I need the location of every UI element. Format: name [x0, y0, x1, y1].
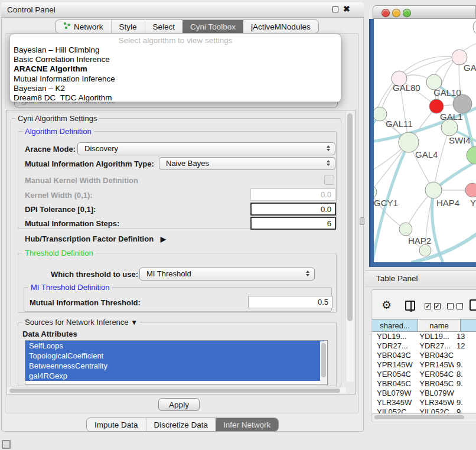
- table-hscrollbar[interactable]: [372, 413, 476, 420]
- network-node[interactable]: [467, 146, 476, 164]
- network-node-hap4[interactable]: [425, 182, 442, 198]
- export-table-icon[interactable]: [470, 299, 476, 311]
- table-cell[interactable]: YBL079W: [415, 389, 454, 398]
- column-header-col2[interactable]: [461, 319, 476, 332]
- table-cell[interactable]: YIL052C: [415, 407, 454, 413]
- list-item-betweennesscentrality[interactable]: BetweennessCentrality: [25, 361, 324, 371]
- table-cell[interactable]: YBR045C: [415, 379, 454, 389]
- mi-threshold-field[interactable]: 0.5: [248, 296, 332, 308]
- dropdown-item-basic-correlation-inference[interactable]: Basic Correlation Inference: [10, 55, 341, 64]
- float-window-icon[interactable]: [332, 6, 338, 12]
- table-row[interactable]: YPR145WYPR145W9.: [372, 360, 476, 370]
- traffic-light-zoom-icon[interactable]: [403, 9, 411, 17]
- apply-button[interactable]: Apply: [158, 398, 200, 411]
- network-node-hap2[interactable]: [399, 223, 412, 236]
- tab-select[interactable]: Select: [145, 20, 183, 33]
- table-cell[interactable]: 8.: [454, 370, 476, 379]
- table-cell[interactable]: YBR045C: [372, 379, 415, 389]
- network-node[interactable]: [419, 244, 431, 256]
- table-hscroll-thumb[interactable]: [374, 415, 464, 419]
- panel-divider-grip[interactable]: [360, 217, 364, 225]
- kernel-width-field[interactable]: 0.0: [250, 188, 335, 201]
- dropdown-item-bayesian-k2[interactable]: Bayesian – K2: [10, 84, 341, 93]
- table-cell[interactable]: YIL052C: [372, 407, 415, 413]
- table-cell[interactable]: YDL19...: [372, 332, 415, 341]
- manual-kernel-checkbox[interactable]: [324, 175, 334, 185]
- table-cell[interactable]: 13: [454, 332, 476, 341]
- tab-cyni-toolbox[interactable]: Cyni Toolbox: [182, 20, 243, 33]
- table-cell[interactable]: YPR145W: [415, 360, 454, 370]
- deselect-checkbox-icon[interactable]: [447, 303, 454, 309]
- select-all-checkbox-icon[interactable]: ✓: [425, 303, 431, 309]
- list-scroll-thumb[interactable]: [321, 343, 326, 377]
- table-cell[interactable]: 9.: [454, 398, 476, 407]
- traffic-light-close-icon[interactable]: [382, 9, 390, 17]
- control-panel-titlebar[interactable]: [1, 2, 364, 18]
- table-cell[interactable]: YPR145W: [372, 360, 415, 370]
- select-all-checkbox-icon-2[interactable]: ✓: [434, 303, 441, 309]
- column-header-name[interactable]: name: [418, 319, 461, 332]
- dropdown-item-bayesian-hill-climbing[interactable]: Bayesian – Hill Climbing: [10, 45, 341, 55]
- column-header-shared[interactable]: shared...: [372, 319, 418, 332]
- mi-steps-field[interactable]: 6: [250, 217, 336, 230]
- network-node-gcy1[interactable]: [374, 185, 377, 198]
- dpi-tolerance-field[interactable]: 0.0: [250, 203, 336, 216]
- tab-discretize-data[interactable]: Discretize Data: [146, 418, 216, 431]
- mi-type-combo[interactable]: Naive Bayes: [159, 157, 335, 170]
- table-cell[interactable]: YER054C: [415, 370, 454, 379]
- hscroll-thumb[interactable]: [9, 389, 340, 393]
- dropdown-item-mutual-information-inference[interactable]: Mutual Information Inference: [10, 74, 341, 84]
- table-cell[interactable]: YDR27...: [372, 341, 415, 351]
- table-cell[interactable]: YBR043C: [415, 351, 454, 360]
- table-cell[interactable]: 9.: [454, 407, 476, 413]
- table-row[interactable]: YDR27...YDR27...12: [372, 341, 476, 351]
- table-cell[interactable]: [454, 389, 476, 398]
- list-item-topologicalcoefficient[interactable]: TopologicalCoefficient: [25, 351, 324, 361]
- list-scrollbar[interactable]: [320, 341, 327, 385]
- list-item-gal4rgexp[interactable]: gal4RGexp: [25, 371, 324, 381]
- settings-vscrollbar[interactable]: [345, 111, 354, 381]
- table-row[interactable]: YDL19...YDL19...13: [372, 332, 476, 341]
- settings-hscrollbar[interactable]: [7, 387, 346, 393]
- table-cell[interactable]: 9.: [454, 360, 476, 370]
- table-cell[interactable]: YER054C: [372, 370, 415, 379]
- table-row[interactable]: YIL052CYIL052C9.: [372, 407, 476, 413]
- table-cell[interactable]: 9.: [454, 379, 476, 389]
- table-cell[interactable]: YBL079W: [372, 389, 415, 398]
- gear-icon[interactable]: ⚙: [382, 299, 392, 311]
- table-row[interactable]: YBL079WYBL079W: [372, 389, 476, 398]
- dropdown-item-aracne-algorithm[interactable]: ARACNE Algorithm: [10, 64, 341, 74]
- table-cell[interactable]: [454, 351, 476, 360]
- aracne-mode-combo[interactable]: Discovery: [77, 142, 335, 155]
- list-item-selfloops[interactable]: SelfLoops: [25, 341, 324, 351]
- traffic-light-minimize-icon[interactable]: [392, 9, 400, 17]
- table-row[interactable]: YBR045CYBR045C9.: [372, 379, 476, 389]
- tab-network[interactable]: Network: [56, 20, 111, 33]
- tab-style[interactable]: Style: [111, 20, 145, 33]
- table-cell[interactable]: YDR27...: [415, 341, 454, 351]
- network-node-gal11[interactable]: [374, 107, 387, 121]
- table-cell[interactable]: YDL19...: [415, 332, 454, 341]
- table-row[interactable]: YLR345WYLR345W9.: [372, 398, 476, 407]
- tab-jactivemnodules[interactable]: jActiveMNodules: [243, 20, 318, 33]
- close-icon[interactable]: ✖: [343, 4, 350, 14]
- vscroll-thumb[interactable]: [347, 113, 353, 321]
- network-node[interactable]: [473, 19, 476, 35]
- deselect-checkbox-icon-2[interactable]: [457, 303, 463, 309]
- split-columns-icon[interactable]: [405, 301, 415, 311]
- sources-group-title[interactable]: Sources for Network Inference ▼: [22, 318, 140, 327]
- minimized-panel-icon[interactable]: [2, 440, 11, 449]
- network-node-y[interactable]: [465, 183, 476, 197]
- hub-section-toggle[interactable]: Hub/Transcription Factor Definition ▶: [25, 234, 166, 243]
- tab-infer-network[interactable]: Infer Network: [216, 418, 278, 431]
- table-cell[interactable]: 12: [454, 341, 476, 351]
- network-titlebar[interactable]: [373, 5, 476, 19]
- network-canvas[interactable]: GALGAL80GAL10GAL1GAL11SWI4GAL4GCY1HAP4YH…: [374, 19, 476, 262]
- which-threshold-combo[interactable]: MI Threshold: [139, 268, 315, 281]
- table-cell[interactable]: YLR345W: [372, 398, 415, 407]
- table-row[interactable]: YER054CYER054C8.: [372, 370, 476, 379]
- table-cell[interactable]: YBR043C: [372, 351, 415, 360]
- table-cell[interactable]: YLR345W: [415, 398, 454, 407]
- network-node-swi4[interactable]: [441, 119, 458, 136]
- table-row[interactable]: YBR043CYBR043C: [372, 351, 476, 360]
